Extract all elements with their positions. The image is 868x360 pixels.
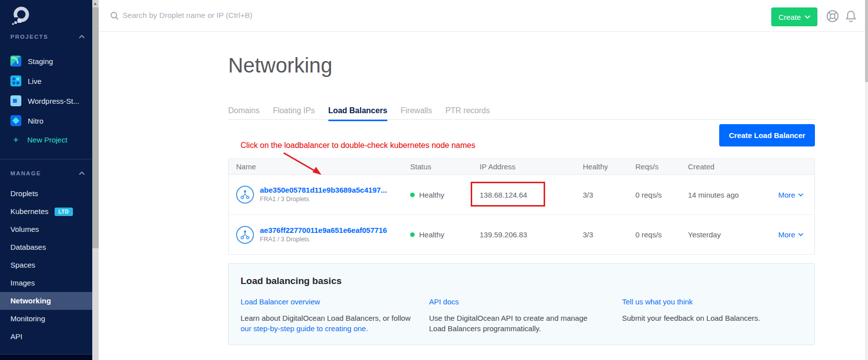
load-balancer-overview-link[interactable]: Load Balancer overview [241,297,320,306]
scrollbar-thumb[interactable] [865,0,868,82]
more-menu-button[interactable]: More [771,191,814,199]
table-header-row: Name Status IP Address Healthy Reqs/s Cr… [229,159,814,175]
sidebar-scrollbar[interactable] [92,0,99,360]
table-row: abe350e05781d11e9b3689a5c4197... FRA1 / … [229,175,814,215]
sidebar-item-monitoring[interactable]: Monitoring [0,310,92,328]
sidebar-item-databases[interactable]: Databases [0,238,92,256]
lb-name-link[interactable]: abe350e05781d11e9b3689a5c4197... [260,186,387,194]
more-label: More [778,191,795,199]
load-balancer-icon [236,226,254,244]
sidebar-project-wordpress[interactable]: Wordpress-St... [10,95,79,107]
help-icon[interactable] [826,9,839,23]
column-header-status: Status [403,162,472,171]
topbar: Create [99,0,865,32]
sidebar-item-label: Kubernetes [10,203,49,220]
create-load-balancer-button[interactable]: Create Load Balancer [719,124,815,146]
api-docs-link[interactable]: API docs [429,297,459,306]
create-button[interactable]: Create [771,7,817,26]
lb-meta: FRA1 / 3 Droplets [260,196,309,203]
created-cell: 14 minutes ago [681,191,771,199]
sidebar-item-label: Images [10,274,35,292]
basics-text: Use the DigitalOcean API to create and m… [429,314,587,333]
healthy-cell: 3/3 [575,191,628,199]
manage-header-label: MANAGE [10,170,41,176]
chevron-down-icon [805,15,810,19]
basics-title: Load balancing basics [241,276,803,287]
basics-text: Submit your feedback on Load Balancers. [622,314,760,322]
sidebar-item-label: Databases [10,238,46,256]
column-header-reqs: Reqs/s [628,162,681,171]
sidebar-item-label: Droplets [10,185,38,203]
ip-address-cell: 139.59.206.83 [472,230,575,239]
projects-section-header: PROJECTS [10,34,85,40]
chevron-up-icon[interactable] [79,35,85,39]
status-cell: Healthy [403,191,472,199]
column-header-created: Created [681,162,771,171]
sidebar-project-live[interactable]: Live [10,75,42,87]
basics-text: Learn about DigitalOcean Load Balancers,… [241,314,411,322]
basics-column-overview: Load Balancer overview Learn about Digit… [241,297,429,334]
column-header-healthy: Healthy [575,162,628,171]
lb-name-cell: ae376ff22770011e9a651e6eaf057716 FRA1 / … [229,226,403,244]
feedback-link[interactable]: Tell us what you think [622,297,693,306]
status-label: Healthy [419,191,444,199]
sidebar-item-label: Volumes [10,220,39,238]
sidebar-item-droplets[interactable]: Droplets [0,185,92,203]
lb-name-cell: abe350e05781d11e9b3689a5c4197... FRA1 / … [229,186,403,204]
chevron-up-icon[interactable] [79,171,85,175]
sidebar-divider [0,159,92,159]
sidebar-item-label: Monitoring [10,310,45,328]
search-input[interactable] [123,0,380,31]
sidebar-item-api[interactable]: API [0,328,92,346]
search-icon [110,11,119,22]
sidebar-bottom-strip [0,355,92,360]
sidebar-item-kubernetes[interactable]: Kubernetes LTD [0,203,92,220]
lb-name-link[interactable]: ae376ff22770011e9a651e6eaf057716 [260,226,387,234]
more-menu-button[interactable]: More [771,230,814,239]
window-scrollbar[interactable] [865,0,868,360]
notifications-bell-icon[interactable] [844,9,858,23]
project-live-icon [10,75,21,86]
status-cell: Healthy [403,230,472,239]
sidebar-item-volumes[interactable]: Volumes [0,220,92,238]
new-project-button[interactable]: + New Project [10,134,67,145]
load-balancer-table: Name Status IP Address Healthy Reqs/s Cr… [228,158,815,255]
project-nitro-icon [10,115,21,126]
manage-section-header: MANAGE [10,170,85,176]
scrollbar-up-arrow[interactable] [92,0,99,7]
project-staging-icon [10,56,21,67]
sidebar-item-label: Spaces [10,256,35,274]
new-project-label: New Project [27,136,67,144]
tabs-divider [228,119,815,120]
column-header-ip: IP Address [472,162,575,171]
page-title: Networking [228,54,332,77]
plus-icon: + [10,135,21,144]
project-label: Nitro [28,117,44,125]
project-label: Live [28,77,42,85]
basics-column-api: API docs Use the DigitalOcean API to cre… [429,297,622,334]
created-cell: Yesterday [681,230,771,239]
digitalocean-control-panel: PROJECTS Staging Live Wordpress-St... Ni… [0,0,868,360]
chevron-down-icon [798,233,804,236]
chevron-down-icon [798,193,804,197]
load-balancing-basics-panel: Load balancing basics Load Balancer over… [228,263,815,345]
scrollbar-thumb[interactable] [92,7,99,248]
sidebar-item-networking[interactable]: Networking [0,292,92,310]
sidebar-item-label: Networking [10,292,51,310]
column-header-name: Name [229,162,403,171]
digitalocean-logo-icon[interactable] [11,6,31,28]
sidebar-item-label: API [10,328,22,346]
projects-header-label: PROJECTS [10,34,48,40]
reqs-cell: 0 reqs/s [628,230,681,239]
create-button-label: Create [778,13,801,21]
sidebar: PROJECTS Staging Live Wordpress-St... Ni… [0,0,92,360]
project-wordpress-icon [10,95,21,106]
step-by-step-guide-link[interactable]: our step-by-step guide to creating one. [241,324,368,333]
more-label: More [778,230,795,239]
sidebar-project-nitro[interactable]: Nitro [10,115,44,127]
healthy-status-dot [410,232,415,237]
sidebar-item-images[interactable]: Images [0,274,92,292]
sidebar-item-spaces[interactable]: Spaces [0,256,92,274]
sidebar-project-staging[interactable]: Staging [10,55,53,67]
reqs-cell: 0 reqs/s [628,191,681,199]
